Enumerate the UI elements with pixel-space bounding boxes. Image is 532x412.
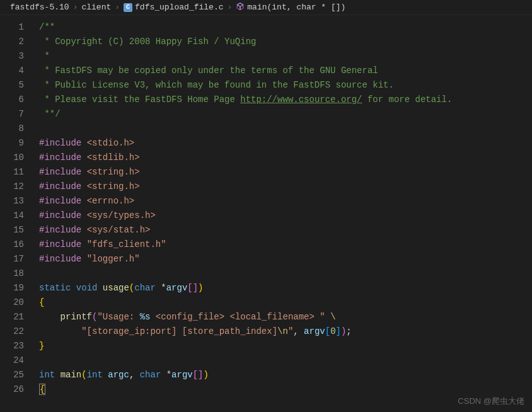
code-token: , (129, 370, 140, 380)
line-number: 17 (0, 252, 24, 266)
code-token: * (161, 370, 171, 380)
code-line[interactable]: "[storage_ip:port] [store_path_index]\n"… (34, 324, 532, 339)
code-line[interactable]: #include <sys/types.h> (34, 209, 532, 223)
code-token: static (39, 283, 71, 293)
line-number: 16 (0, 237, 24, 252)
code-line[interactable]: /** (34, 20, 532, 35)
code-token: "Usage: (97, 312, 139, 322)
c-file-icon: C (124, 3, 132, 12)
code-token: [] (187, 283, 198, 293)
code-token: #include (39, 210, 87, 220)
code-token: ) (198, 283, 203, 293)
code-token: ; (346, 326, 351, 336)
code-token: void (76, 283, 98, 293)
code-line[interactable]: #include "fdfs_client.h" (34, 237, 532, 252)
line-number: 2 (0, 35, 24, 49)
line-number: 10 (0, 151, 24, 165)
code-line[interactable]: { (34, 382, 532, 397)
code-token: "fdfs_client.h" (87, 239, 166, 249)
line-number: 6 (0, 93, 24, 107)
code-token: * Copyright (C) 2008 Happy Fish / YuQing (39, 37, 256, 47)
code-token: <stdio.h> (87, 138, 135, 148)
code-token: #include (39, 181, 87, 192)
code-token: \n (277, 326, 288, 336)
code-token: #include (39, 239, 87, 249)
watermark-text: CSDN @爬虫大佬 (458, 396, 524, 407)
code-token: * Public License V3, which may be found … (39, 80, 394, 90)
code-line[interactable] (34, 353, 532, 368)
code-line[interactable]: * Copyright (C) 2008 Happy Fish / YuQing (34, 35, 532, 49)
code-line[interactable]: { (34, 295, 532, 310)
code-token: for more detail. (362, 94, 453, 105)
code-line[interactable]: printf("Usage: %s <config_file> <local_f… (34, 310, 532, 324)
breadcrumb[interactable]: fastdfs-5.10 › client › C fdfs_upload_fi… (0, 0, 532, 15)
code-token: char (140, 370, 161, 380)
line-number-gutter: 1234567891011121314151617181920212223242… (0, 15, 34, 412)
code-token: * (39, 51, 50, 61)
code-token: argv (171, 370, 193, 380)
code-token: %s (140, 312, 151, 322)
code-token: #include (39, 254, 87, 264)
code-token: { (39, 384, 45, 395)
code-token: <errno.h> (87, 196, 135, 206)
code-line[interactable]: #include <string.h> (34, 165, 532, 180)
line-number: 8 (0, 122, 24, 136)
code-token: /** (39, 22, 55, 32)
code-line[interactable]: } (34, 339, 532, 353)
line-number: 22 (0, 324, 24, 339)
line-number: 25 (0, 368, 24, 382)
code-line[interactable]: #include <string.h> (34, 180, 532, 194)
code-editor[interactable]: 1234567891011121314151617181920212223242… (0, 15, 532, 412)
line-number: 18 (0, 266, 24, 281)
code-token: * Please visit the FastDFS Home Page (39, 94, 240, 105)
line-number: 20 (0, 295, 24, 310)
breadcrumb-item-folder[interactable]: client (81, 3, 111, 12)
code-token: ( (129, 283, 134, 293)
code-token: **/ (39, 109, 61, 119)
code-line[interactable]: #include <stdio.h> (34, 136, 532, 151)
code-line[interactable]: static void usage(char *argv[]) (34, 281, 532, 295)
code-line[interactable]: #include <stdlib.h> (34, 151, 532, 165)
code-token (71, 283, 76, 293)
breadcrumb-item-symbol[interactable]: main(int, char * []) (236, 2, 345, 13)
code-token: int (87, 370, 103, 380)
code-line[interactable] (34, 122, 532, 136)
code-token: } (39, 341, 44, 351)
code-line[interactable] (34, 266, 532, 281)
code-line[interactable]: #include <sys/stat.h> (34, 223, 532, 237)
breadcrumb-item-file[interactable]: C fdfs_upload_file.c (124, 3, 223, 12)
code-line[interactable]: * (34, 49, 532, 64)
breadcrumb-sep: › (228, 3, 233, 12)
line-number: 26 (0, 382, 24, 397)
code-line[interactable]: * Please visit the FastDFS Home Page htt… (34, 93, 532, 107)
code-token: <sys/types.h> (87, 210, 156, 220)
code-line[interactable]: #include "logger.h" (34, 252, 532, 266)
code-token: #include (39, 138, 87, 148)
code-token: argc (108, 370, 129, 380)
code-token: #include (39, 152, 87, 163)
code-line[interactable]: * FastDFS may be copied only under the t… (34, 64, 532, 78)
code-line[interactable]: **/ (34, 107, 532, 122)
line-number: 3 (0, 49, 24, 64)
breadcrumb-item-root[interactable]: fastdfs-5.10 (10, 3, 69, 12)
code-token: argv (304, 326, 325, 336)
line-number: 14 (0, 209, 24, 223)
line-number: 11 (0, 165, 24, 180)
code-token: \ (330, 312, 335, 322)
code-area[interactable]: /** * Copyright (C) 2008 Happy Fish / Yu… (34, 15, 532, 412)
breadcrumb-sep: › (73, 3, 78, 12)
code-token: { (39, 297, 44, 307)
code-token: #include (39, 225, 87, 235)
code-line[interactable]: * Public License V3, which may be found … (34, 78, 532, 93)
code-line[interactable]: #include <errno.h> (34, 194, 532, 209)
code-token: <config_file> <local_filename> " (150, 312, 325, 322)
code-token: , (293, 326, 304, 336)
code-token: #include (39, 196, 87, 206)
code-line[interactable]: int main(int argc, char *argv[]) (34, 368, 532, 382)
line-number: 23 (0, 339, 24, 353)
code-token: ] (336, 326, 341, 336)
code-token: [] (193, 370, 204, 380)
line-number: 9 (0, 136, 24, 151)
code-token: #include (39, 167, 87, 177)
line-number: 7 (0, 107, 24, 122)
